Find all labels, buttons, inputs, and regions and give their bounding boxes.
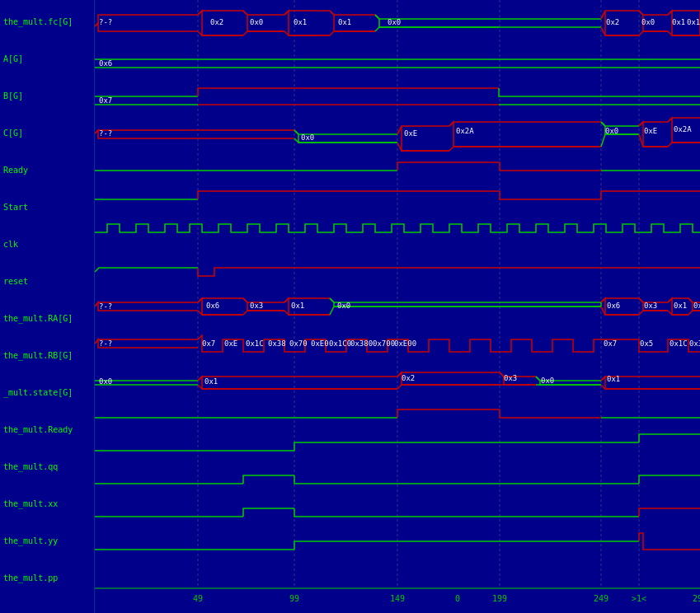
svg-text:0x0: 0x0	[693, 302, 700, 310]
svg-text:0x0: 0x0	[605, 127, 618, 135]
label-the-mult-Ready: the_mult.Ready	[0, 411, 94, 448]
label-the-mult-xx: the_mult.xx	[0, 485, 94, 522]
svg-text:0x1: 0x1	[294, 18, 307, 26]
svg-text:0x70: 0x70	[289, 339, 308, 348]
svg-text:0x1C0: 0x1C0	[329, 339, 351, 348]
svg-text:99: 99	[289, 594, 299, 603]
svg-text:0xE: 0xE	[224, 339, 237, 348]
svg-text:0x1: 0x1	[204, 377, 218, 386]
svg-text:0x1: 0x1	[291, 302, 304, 310]
svg-text:?-?: ?-?	[99, 129, 112, 138]
svg-text:0x1C: 0x1C	[669, 339, 688, 348]
svg-text:0x1: 0x1	[338, 18, 351, 26]
svg-text:0xE: 0xE	[404, 129, 417, 138]
label-Start: Start	[0, 189, 94, 226]
svg-text:0x700: 0x700	[373, 339, 395, 348]
waveform-area: ?-? 0x2 0x0 0x1 0x1 0x0 0x2 0x0 0x1 0x1 …	[95, 0, 700, 613]
svg-text:0x0: 0x0	[337, 302, 350, 310]
svg-text:0x3: 0x3	[504, 374, 517, 382]
svg-text:0x5: 0x5	[640, 339, 653, 348]
label-the-mult-qq: the_mult.qq	[0, 448, 94, 485]
label-the-mult-pp: the_mult.pp	[0, 559, 94, 597]
svg-text:?-?: ?-?	[99, 18, 112, 26]
svg-text:0x0: 0x0	[250, 18, 263, 26]
label-A-G: A[G]	[0, 40, 94, 77]
svg-text:0x3: 0x3	[250, 302, 263, 310]
label-mult-state: _mult.state[G]	[0, 374, 94, 411]
waveform-container: the_mult.fc[G] A[G] B[G] C[G] Ready Star…	[0, 0, 700, 613]
label-the-mult-RA: the_mult.RA[G]	[0, 300, 94, 337]
svg-text:49: 49	[193, 594, 203, 603]
label-the-mult-RB: the_mult.RB[G]	[0, 337, 94, 374]
label-reset: reset	[0, 263, 94, 300]
svg-text:0xE00: 0xE00	[394, 339, 416, 348]
svg-text:>1<: >1<	[632, 594, 646, 603]
label-B-G: B[G]	[0, 77, 94, 115]
svg-text:0x2: 0x2	[210, 18, 223, 26]
svg-text:299: 299	[693, 594, 700, 603]
svg-text:0x2A: 0x2A	[456, 127, 474, 135]
svg-text:?-?: ?-?	[99, 339, 112, 348]
svg-text:0x2: 0x2	[606, 18, 619, 26]
signal-labels: the_mult.fc[G] A[G] B[G] C[G] Ready Star…	[0, 0, 95, 613]
svg-text:0x0: 0x0	[641, 18, 655, 26]
label-clk: clk	[0, 226, 94, 263]
svg-text:0x7: 0x7	[202, 339, 215, 348]
svg-text:0x3: 0x3	[644, 302, 657, 310]
svg-text:0x1: 0x1	[672, 18, 685, 26]
svg-text:0x1C: 0x1C	[246, 339, 264, 348]
svg-text:0x1: 0x1	[674, 302, 687, 310]
label-the-mult-yy: the_mult.yy	[0, 522, 94, 559]
svg-text:0x7: 0x7	[99, 96, 112, 105]
svg-text:0x1: 0x1	[607, 375, 620, 383]
svg-text:0x0: 0x0	[99, 377, 112, 386]
label-Ready: Ready	[0, 152, 94, 189]
svg-text:249: 249	[594, 594, 608, 603]
svg-text:0x0: 0x0	[301, 133, 314, 142]
svg-text:0xE0: 0xE0	[311, 339, 329, 348]
svg-text:149: 149	[390, 594, 405, 603]
svg-text:0x6: 0x6	[99, 59, 112, 68]
svg-text:0x0: 0x0	[541, 377, 554, 385]
svg-text:0: 0	[455, 594, 460, 603]
svg-text:0x2A: 0x2A	[674, 125, 692, 133]
waveform-svg: ?-? 0x2 0x0 0x1 0x1 0x0 0x2 0x0 0x1 0x1 …	[95, 0, 700, 613]
svg-text:0x7: 0x7	[604, 339, 617, 348]
label-the-mult-fc: the_mult.fc[G]	[0, 3, 94, 40]
svg-text:0x1: 0x1	[687, 18, 700, 26]
svg-text:199: 199	[492, 594, 507, 603]
label-C-G: C[G]	[0, 115, 94, 152]
svg-text:0x38: 0x38	[268, 339, 286, 348]
svg-text:0x6: 0x6	[607, 302, 620, 310]
svg-text:0x380: 0x380	[350, 339, 373, 348]
svg-text:0x6: 0x6	[206, 302, 219, 310]
svg-text:?-?: ?-?	[99, 302, 112, 311]
svg-text:0x0: 0x0	[388, 18, 401, 26]
svg-text:0x2: 0x2	[402, 374, 415, 382]
svg-text:0xE: 0xE	[644, 127, 657, 135]
svg-text:0x38: 0x38	[689, 339, 700, 348]
